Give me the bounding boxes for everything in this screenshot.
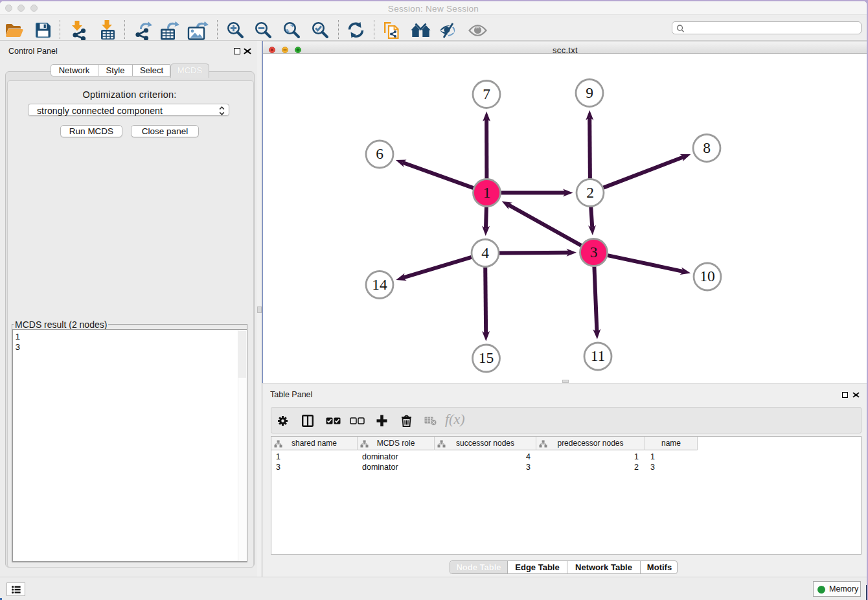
svg-text:14: 14 <box>372 276 387 293</box>
svg-text:15: 15 <box>479 349 494 366</box>
svg-text:10: 10 <box>700 268 715 284</box>
svg-text:2: 2 <box>586 184 594 201</box>
svg-text:3: 3 <box>590 244 598 260</box>
svg-text:8: 8 <box>703 139 711 156</box>
svg-text:6: 6 <box>376 145 383 162</box>
svg-text:4: 4 <box>481 244 489 261</box>
svg-text:11: 11 <box>591 347 606 364</box>
svg-text:9: 9 <box>586 84 593 101</box>
svg-text:1: 1 <box>483 184 491 201</box>
svg-text:7: 7 <box>483 86 490 102</box>
